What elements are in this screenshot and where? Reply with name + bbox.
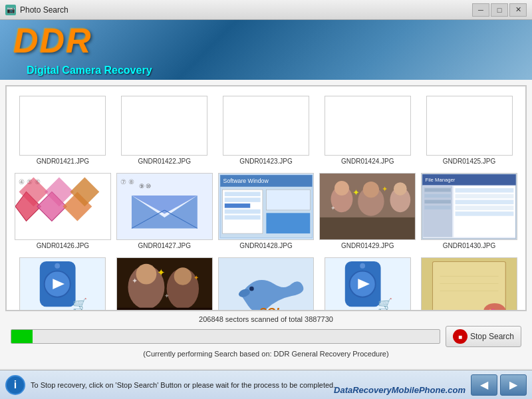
progress-bar-container <box>11 329 440 344</box>
list-item[interactable]: 🌺 GNDR01435.JPG <box>418 253 520 311</box>
list-item[interactable]: File Manager <box>418 169 520 253</box>
current-operation: (Currently performing Search based on: D… <box>11 350 521 358</box>
photo-label: GNDR01424.JPG <box>341 158 394 165</box>
photo-thumbnail: ✦ ✦ ✦ <box>319 173 416 240</box>
svg-rect-23 <box>266 213 310 233</box>
photo-thumbnail: 🌺 <box>421 257 517 311</box>
svg-rect-55 <box>425 205 452 209</box>
photo-label: GNDR01422.JPG <box>138 158 190 165</box>
svg-text:✦: ✦ <box>194 274 199 281</box>
svg-rect-28 <box>224 215 260 220</box>
svg-point-32 <box>334 181 349 196</box>
close-button[interactable]: ✕ <box>509 3 527 17</box>
svg-text:Software Window: Software Window <box>223 178 269 184</box>
list-item[interactable]: GNDR01424.JPG <box>317 92 418 169</box>
svg-rect-27 <box>224 209 260 214</box>
svg-rect-50 <box>456 205 514 210</box>
list-item[interactable]: GNDR01422.JPG <box>114 92 215 169</box>
photo-thumbnail: ④ ⑤ ⑥ <box>15 173 111 240</box>
list-item[interactable]: ⑦ ⑧ ⑨ ⑩ GNDR01427.JPG <box>114 169 215 253</box>
stop-search-button[interactable]: ■ Stop Search <box>446 326 521 347</box>
svg-text:File Manager: File Manager <box>426 177 456 183</box>
scan-info: 206848 sectors scanned of total 3887730 <box>11 315 521 323</box>
photo-thumbnail: Software Window <box>218 173 315 240</box>
photo-thumbnail <box>325 96 411 156</box>
svg-rect-22 <box>266 190 310 210</box>
svg-rect-49 <box>456 200 514 205</box>
status-bar: i To Stop recovery, click on 'Stop Searc… <box>0 370 532 399</box>
photo-thumbnail <box>121 96 207 156</box>
photo-label: GNDR01425.JPG <box>443 158 495 165</box>
list-item[interactable]: GNDR01423.JPG <box>215 92 317 169</box>
back-button[interactable]: ◀ <box>471 374 497 396</box>
svg-text:✦: ✦ <box>331 205 336 211</box>
svg-text:✦: ✦ <box>382 185 388 193</box>
list-item[interactable]: 🛒 GNDR01431.JPG <box>12 253 114 311</box>
svg-text:✦: ✦ <box>164 293 170 299</box>
forward-button[interactable]: ▶ <box>500 374 527 396</box>
svg-text:✦: ✦ <box>132 277 138 285</box>
photo-label: GNDR01428.JPG <box>239 242 292 249</box>
window-controls: ─ □ ✕ <box>472 3 527 17</box>
svg-text:🌺: 🌺 <box>487 308 497 311</box>
photo-thumbnail: 🛒 <box>19 257 106 311</box>
photo-thumbnail <box>426 96 513 156</box>
photo-thumbnail: File Manager <box>421 173 517 240</box>
svg-point-34 <box>363 182 379 198</box>
photo-label: GNDR01429.JPG <box>341 242 394 249</box>
list-item[interactable]: 🛒 GNDR01434.JPG <box>317 253 418 311</box>
svg-rect-52 <box>425 188 452 192</box>
window-title: Photo Search <box>20 5 472 15</box>
svg-point-76 <box>249 287 254 291</box>
svg-rect-48 <box>456 194 514 199</box>
app-icon: 📷 <box>5 5 16 15</box>
photo-thumbnail: ✦ ✦ ✦ ✦ <box>116 257 213 311</box>
svg-point-65 <box>136 264 156 285</box>
svg-text:SQL: SQL <box>259 306 283 311</box>
svg-rect-53 <box>425 194 452 198</box>
progress-row: ■ Stop Search <box>11 326 521 347</box>
svg-rect-54 <box>425 200 452 203</box>
svg-rect-26 <box>224 203 249 208</box>
list-item[interactable]: Software Window GNDR01428.JPG <box>215 169 317 253</box>
list-item[interactable]: GNDR01421.JPG <box>12 92 114 169</box>
photo-grid-container[interactable]: GNDR01421.JPG GNDR01422.JPG GNDR01423.JP… <box>5 85 527 311</box>
photo-label: GNDR01426.JPG <box>37 242 89 249</box>
svg-text:🛒: 🛒 <box>72 297 87 311</box>
svg-text:✦: ✦ <box>157 267 166 278</box>
info-icon: i <box>5 375 25 395</box>
photo-thumbnail: 🛒 <box>325 257 411 311</box>
stop-icon: ■ <box>453 329 467 344</box>
list-item[interactable]: ④ ⑤ ⑥ GNDR01426.JPG <box>12 169 114 253</box>
svg-rect-72 <box>117 308 212 311</box>
svg-point-36 <box>394 182 407 196</box>
app-header: DDR Digital Camera Recovery <box>0 20 532 80</box>
title-bar: 📷 Photo Search ─ □ ✕ <box>0 0 532 20</box>
svg-rect-25 <box>224 198 260 202</box>
maximize-button[interactable]: □ <box>491 3 508 17</box>
photo-label: GNDR01423.JPG <box>239 158 292 165</box>
minimize-button[interactable]: ─ <box>472 3 489 17</box>
svg-text:⑨ ⑩: ⑨ ⑩ <box>139 183 151 190</box>
nav-buttons: ◀ ▶ <box>471 374 527 396</box>
list-item[interactable]: SQL GNDR01433.JPG <box>215 253 317 311</box>
svg-point-60 <box>55 263 61 269</box>
photo-thumbnail <box>19 96 106 156</box>
photo-thumbnail: ⑦ ⑧ ⑨ ⑩ <box>116 173 213 240</box>
photo-label: GNDR01427.JPG <box>138 242 190 249</box>
header-content: DDR Digital Camera Recovery <box>13 23 152 76</box>
svg-text:⑦ ⑧: ⑦ ⑧ <box>120 178 134 186</box>
list-item[interactable]: ✦ ✦ ✦ ✦ GNDR01432.JPG <box>114 253 215 311</box>
bottom-section: 206848 sectors scanned of total 3887730 … <box>5 311 527 363</box>
svg-text:✦: ✦ <box>353 188 360 198</box>
svg-rect-24 <box>224 192 260 196</box>
svg-point-67 <box>174 267 191 285</box>
photo-thumbnail <box>223 96 309 156</box>
main-content: GNDR01421.JPG GNDR01422.JPG GNDR01423.JP… <box>0 80 532 368</box>
list-item[interactable]: GNDR01425.JPG <box>418 92 520 169</box>
svg-rect-37 <box>320 217 415 239</box>
progress-bar-fill <box>11 330 33 343</box>
app-subtitle: Digital Camera Recovery <box>27 65 152 76</box>
svg-text:🛒: 🛒 <box>377 297 392 311</box>
list-item[interactable]: ✦ ✦ ✦ GNDR01429.JPG <box>317 169 418 253</box>
